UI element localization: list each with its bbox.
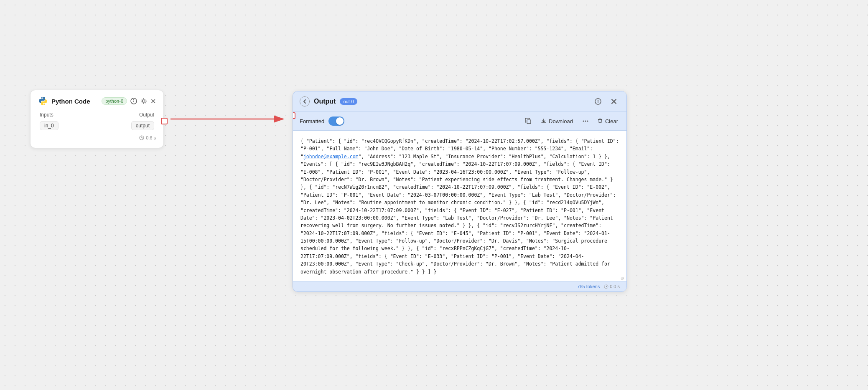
output-close-icon — [611, 99, 617, 104]
copy-icon — [525, 118, 532, 124]
back-arrow-icon — [302, 99, 307, 104]
svg-point-2 — [134, 100, 134, 100]
output-connector[interactable] — [161, 118, 168, 124]
more-button[interactable] — [580, 115, 591, 127]
node-controls: ✕ — [130, 97, 156, 105]
back-button[interactable] — [300, 96, 310, 106]
token-count: 785 tokens — [577, 284, 600, 289]
timing-clock-icon — [604, 284, 608, 289]
output-panel-connector[interactable] — [293, 112, 295, 119]
python-badge: python-0 — [102, 97, 127, 105]
svg-point-12 — [585, 121, 586, 122]
timing-value: 0.6 s — [146, 135, 156, 140]
formatted-toggle[interactable] — [328, 116, 344, 126]
output-panel-header: Output out-0 — [293, 91, 626, 112]
settings-icon[interactable] — [140, 98, 147, 104]
node-timing: 0.6 s — [38, 135, 156, 140]
inputs-column: Inputs in_0 — [40, 112, 59, 130]
download-icon — [541, 118, 547, 124]
output-toolbar: Formatted Download — [293, 112, 626, 131]
clear-button[interactable]: Clear — [596, 118, 620, 124]
node-body: Inputs in_0 Output output — [38, 112, 156, 130]
output-panel: Output out-0 Formatted — [293, 91, 627, 292]
svg-point-13 — [587, 121, 588, 122]
output-text: { "Patient": { "id": "rec4OVCQGopyRfKDn"… — [300, 138, 619, 275]
output-info-button[interactable] — [592, 96, 604, 107]
output-title: Output — [314, 98, 336, 105]
formatted-label: Formatted — [300, 118, 324, 124]
resize-handle[interactable]: ⟱ — [621, 276, 625, 280]
output-label: Output — [139, 112, 154, 118]
info-icon[interactable] — [130, 98, 137, 104]
python-code-node: Python Code python-0 ✕ Inputs in_0 Outpu… — [30, 90, 164, 148]
output-column: Output output — [131, 112, 154, 130]
node-header: Python Code python-0 ✕ — [38, 96, 156, 106]
svg-rect-10 — [527, 120, 531, 124]
output-timing: 0.0 s — [604, 284, 620, 289]
connection-arrow — [171, 106, 292, 132]
svg-point-11 — [583, 121, 584, 122]
email-link[interactable]: johndoe@example.com — [303, 154, 359, 160]
toggle-knob — [336, 117, 344, 125]
output-close-button[interactable] — [608, 96, 620, 107]
copy-button[interactable] — [522, 115, 534, 127]
output-info-icon — [595, 98, 601, 105]
node-title: Python Code — [51, 98, 98, 105]
close-icon[interactable]: ✕ — [150, 97, 156, 105]
download-button[interactable]: Download — [538, 118, 575, 124]
in-0-badge: in_0 — [40, 121, 59, 130]
python-icon — [38, 96, 48, 106]
output-badge: output — [131, 121, 154, 130]
more-icon — [582, 118, 589, 124]
svg-point-9 — [598, 100, 598, 101]
clear-label: Clear — [605, 118, 618, 124]
svg-point-3 — [143, 100, 145, 102]
inputs-label: Inputs — [40, 112, 59, 118]
out-badge: out-0 — [340, 98, 357, 105]
output-content[interactable]: { "Patient": { "id": "rec4OVCQGopyRfKDn"… — [293, 131, 626, 281]
output-timing-value: 0.0 s — [610, 284, 620, 289]
clock-icon — [139, 135, 144, 140]
download-label: Download — [549, 118, 573, 124]
trash-icon — [597, 118, 603, 124]
output-footer: 785 tokens 0.0 s — [293, 281, 626, 291]
